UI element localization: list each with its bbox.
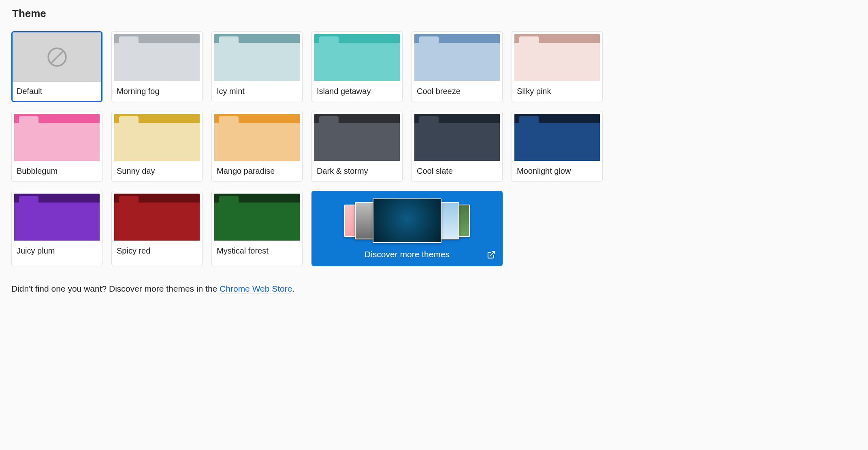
theme-swatch <box>312 111 402 161</box>
chrome-web-store-link[interactable]: Chrome Web Store <box>220 284 292 294</box>
theme-label: Juicy plum <box>12 241 102 261</box>
discover-preview-strip <box>348 198 467 243</box>
swatch-tab <box>19 116 38 124</box>
no-theme-icon <box>45 45 69 69</box>
swatch-body <box>214 43 300 81</box>
swatch-body <box>514 123 600 161</box>
swatch-tab <box>419 36 439 45</box>
theme-card-mystical-forest[interactable]: Mystical forest <box>211 191 303 266</box>
swatch-tab <box>519 36 539 45</box>
swatch-tab <box>319 36 339 45</box>
swatch-tab <box>119 196 139 204</box>
swatch-tab <box>219 196 239 204</box>
theme-grid: DefaultMorning fogIcy mintIsland getaway… <box>11 31 857 266</box>
theme-label: Silky pink <box>512 81 602 102</box>
swatch-body <box>214 123 300 161</box>
footer-suffix: . <box>292 284 294 293</box>
theme-card-default[interactable]: Default <box>11 31 102 102</box>
swatch-body <box>414 43 500 81</box>
theme-swatch <box>12 111 102 161</box>
swatch-body <box>14 203 100 241</box>
swatch-body <box>114 203 200 241</box>
theme-swatch <box>212 32 302 81</box>
theme-card-morning-fog[interactable]: Morning fog <box>111 31 203 102</box>
theme-label: Bubblegum <box>12 161 102 181</box>
theme-card-bubblegum[interactable]: Bubblegum <box>11 111 102 182</box>
external-link-icon <box>487 250 496 259</box>
theme-label: Mystical forest <box>212 241 302 261</box>
theme-card-dark-stormy[interactable]: Dark & stormy <box>311 111 403 182</box>
swatch-body <box>414 123 500 161</box>
swatch-body <box>314 43 400 81</box>
theme-card-spicy-red[interactable]: Spicy red <box>111 191 203 266</box>
theme-card-moonlight-glow[interactable]: Moonlight glow <box>512 111 603 182</box>
theme-label: Moonlight glow <box>512 161 602 181</box>
default-swatch <box>13 32 101 82</box>
theme-label: Sunny day <box>112 161 202 181</box>
discover-label: Discover more themes <box>365 250 450 259</box>
swatch-body <box>14 123 100 161</box>
preview-thumb <box>373 198 441 243</box>
svg-line-2 <box>491 252 495 256</box>
theme-label: Mango paradise <box>212 161 302 181</box>
swatch-tab <box>119 116 139 124</box>
theme-label: Dark & stormy <box>312 161 402 181</box>
theme-swatch <box>412 32 502 81</box>
theme-label: Cool slate <box>412 161 502 181</box>
swatch-tab <box>19 196 38 204</box>
theme-swatch <box>212 111 302 161</box>
swatch-tab <box>319 116 339 124</box>
theme-swatch <box>312 32 402 81</box>
swatch-body <box>114 123 200 161</box>
swatch-body <box>114 43 200 81</box>
theme-swatch <box>112 111 202 161</box>
theme-card-silky-pink[interactable]: Silky pink <box>512 31 603 102</box>
swatch-body <box>214 203 300 241</box>
theme-card-icy-mint[interactable]: Icy mint <box>211 31 303 102</box>
footer-prefix: Didn't find one you want? Discover more … <box>11 284 220 293</box>
swatch-body <box>314 123 400 161</box>
theme-card-island-getaway[interactable]: Island getaway <box>311 31 403 102</box>
theme-swatch <box>13 32 101 82</box>
theme-label: Island getaway <box>312 81 402 102</box>
svg-line-1 <box>51 51 63 63</box>
theme-card-cool-slate[interactable]: Cool slate <box>412 111 503 182</box>
swatch-tab <box>519 116 539 124</box>
theme-card-sunny-day[interactable]: Sunny day <box>111 111 203 182</box>
theme-swatch <box>12 191 102 241</box>
theme-swatch <box>512 32 602 81</box>
theme-label: Spicy red <box>112 241 202 261</box>
swatch-tab <box>419 116 439 124</box>
footer-text: Didn't find one you want? Discover more … <box>11 284 857 294</box>
theme-swatch <box>112 32 202 81</box>
swatch-tab <box>119 36 139 45</box>
theme-card-juicy-plum[interactable]: Juicy plum <box>11 191 102 266</box>
section-heading: Theme <box>12 7 857 20</box>
theme-label: Morning fog <box>112 81 202 102</box>
theme-label: Default <box>13 82 101 101</box>
swatch-tab <box>219 36 239 45</box>
theme-swatch <box>412 111 502 161</box>
swatch-body <box>514 43 600 81</box>
swatch-tab <box>219 116 239 124</box>
theme-card-mango-paradise[interactable]: Mango paradise <box>211 111 303 182</box>
theme-swatch <box>512 111 602 161</box>
theme-swatch <box>212 191 302 241</box>
theme-label: Cool breeze <box>412 81 502 102</box>
discover-themes-card[interactable]: Discover more themes <box>311 191 503 266</box>
theme-card-cool-breeze[interactable]: Cool breeze <box>412 31 503 102</box>
theme-label: Icy mint <box>212 81 302 102</box>
theme-swatch <box>112 191 202 241</box>
